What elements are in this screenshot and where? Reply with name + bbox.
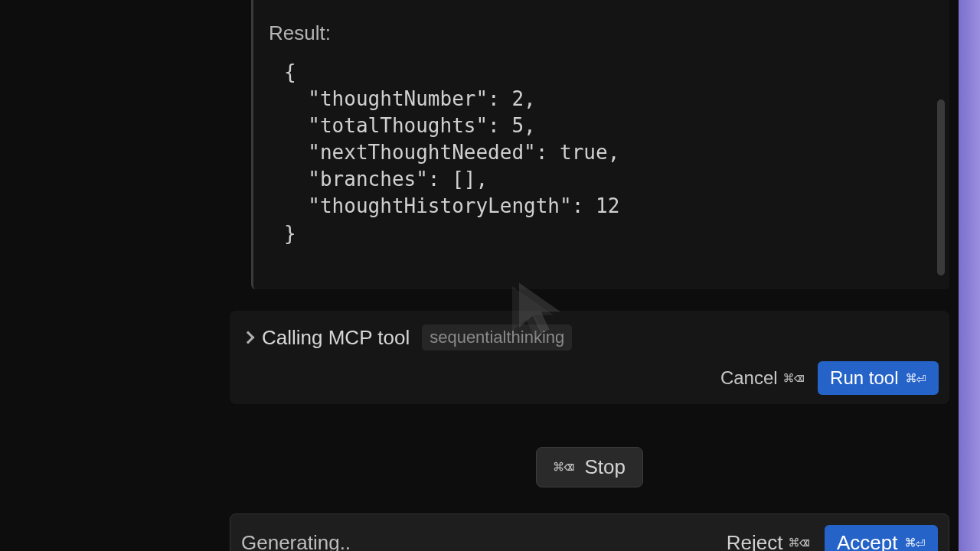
accept-label: Accept xyxy=(837,531,898,551)
run-label: Run tool xyxy=(830,367,898,389)
main-panel: Result: { "thoughtNumber": 2, "totalThou… xyxy=(230,0,949,551)
stop-button[interactable]: ⌘⌫ Stop xyxy=(536,447,643,487)
accept-kbd: ⌘⏎ xyxy=(906,533,926,551)
cancel-kbd: ⌘⌫ xyxy=(784,369,805,388)
result-panel: Result: { "thoughtNumber": 2, "totalThou… xyxy=(251,0,949,289)
reject-label: Reject xyxy=(727,531,783,551)
tool-call-panel: Calling MCP tool sequentialthinking Canc… xyxy=(230,311,949,404)
generating-actions: Reject ⌘⌫ Accept ⌘⏎ xyxy=(727,525,938,551)
result-json: { "thoughtNumber": 2, "totalThoughts": 5… xyxy=(253,59,949,261)
stop-label: Stop xyxy=(585,455,626,479)
reject-button[interactable]: Reject ⌘⌫ xyxy=(727,531,809,551)
cancel-label: Cancel xyxy=(720,367,778,389)
generating-row: Generating.. Reject ⌘⌫ Accept ⌘⏎ xyxy=(230,514,949,551)
stop-row: ⌘⌫ Stop xyxy=(230,447,949,487)
run-kbd: ⌘⏎ xyxy=(906,369,927,388)
run-tool-button[interactable]: Run tool ⌘⏎ xyxy=(818,361,939,395)
tool-call-label: Calling MCP tool xyxy=(262,326,410,350)
reject-kbd: ⌘⌫ xyxy=(789,533,810,551)
accept-button[interactable]: Accept ⌘⏎ xyxy=(825,525,938,551)
chevron-right-icon xyxy=(242,331,255,344)
tool-name-badge: sequentialthinking xyxy=(422,324,572,350)
result-label: Result: xyxy=(253,0,949,59)
tool-actions: Cancel ⌘⌫ Run tool ⌘⏎ xyxy=(240,361,939,395)
stop-kbd: ⌘⌫ xyxy=(554,458,574,477)
scrollbar[interactable] xyxy=(937,99,945,276)
cancel-button[interactable]: Cancel ⌘⌫ xyxy=(720,367,804,389)
right-accent-strip xyxy=(959,0,980,551)
tool-call-header[interactable]: Calling MCP tool sequentialthinking xyxy=(240,324,939,350)
generating-label: Generating.. xyxy=(241,531,351,551)
